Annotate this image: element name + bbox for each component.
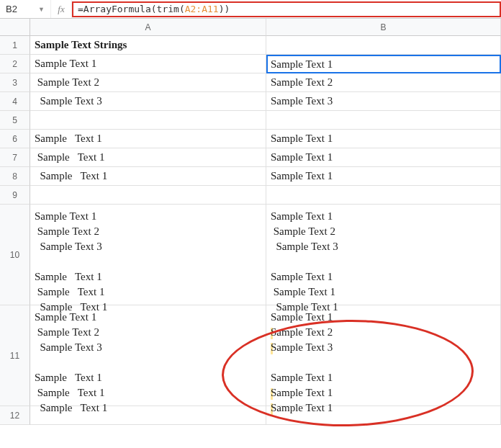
cell[interactable]: Sample Text 1 xyxy=(266,167,501,186)
cell[interactable]: Sample Text 2 xyxy=(30,73,266,92)
row-header[interactable]: 7 xyxy=(0,148,30,167)
cell[interactable]: Sample Text 1 xyxy=(266,148,501,167)
cell[interactable]: Sample Text 1 xyxy=(30,55,266,73)
cell[interactable]: Sample Text 1 xyxy=(266,130,501,148)
cell[interactable]: Sample Text Strings xyxy=(30,36,266,55)
cell[interactable]: Sample Text 2 xyxy=(266,73,501,92)
cell[interactable]: Sample Text 1 Sample Text 2 Sample Text … xyxy=(266,205,501,305)
formula-input[interactable]: =ArrayFormula(trim(A2:A11)) xyxy=(72,1,501,17)
dropdown-caret-icon[interactable]: ▼ xyxy=(38,6,45,13)
row-header[interactable]: 6 xyxy=(0,130,30,148)
column-header-b[interactable]: B xyxy=(266,19,501,36)
cell[interactable]: Sample Text 3 xyxy=(266,92,501,111)
row-header[interactable]: 10 xyxy=(0,205,30,305)
cell[interactable]: Sample Text 3 xyxy=(30,92,266,111)
cell[interactable]: Sample Text 1 Sample Text 2 Sample Text … xyxy=(30,305,266,406)
cell-reference-box[interactable]: B2 ▼ xyxy=(0,4,50,14)
row-header[interactable]: 11 xyxy=(0,305,30,406)
row-header[interactable]: 12 xyxy=(0,406,30,425)
row-header[interactable]: 9 xyxy=(0,186,30,205)
cell[interactable]: Sample Text 1 xyxy=(30,148,266,167)
row-header[interactable]: 8 xyxy=(0,167,30,186)
spreadsheet-grid[interactable]: A B 1Sample Text Strings2Sample Text 1Sa… xyxy=(0,19,501,425)
cell[interactable]: Sample Text 1 xyxy=(30,167,266,186)
cell-reference-value: B2 xyxy=(6,4,17,14)
row-header[interactable]: 3 xyxy=(0,73,30,92)
select-all-corner[interactable] xyxy=(0,19,30,36)
column-header-a[interactable]: A xyxy=(30,19,266,36)
cell[interactable]: Sample Text 1Sample Text 2Sample Text 3 … xyxy=(266,305,501,406)
cell[interactable] xyxy=(30,406,266,425)
cell[interactable] xyxy=(30,111,266,130)
cell[interactable] xyxy=(266,36,501,55)
row-header[interactable]: 2 xyxy=(0,55,30,73)
row-header[interactable]: 5 xyxy=(0,111,30,130)
row-header[interactable]: 1 xyxy=(0,36,30,55)
cell[interactable] xyxy=(266,111,501,130)
fx-icon[interactable]: fx xyxy=(50,0,72,18)
cell[interactable]: Sample Text 1 Sample Text 2 Sample Text … xyxy=(30,205,266,305)
cell[interactable] xyxy=(266,186,501,205)
cell[interactable]: Sample Text 1 xyxy=(266,55,501,73)
cell[interactable]: Sample Text 1 xyxy=(30,130,266,148)
formula-bar: B2 ▼ fx =ArrayFormula(trim(A2:A11)) xyxy=(0,0,501,19)
row-header[interactable]: 4 xyxy=(0,92,30,111)
cell[interactable] xyxy=(30,186,266,205)
cell[interactable] xyxy=(266,406,501,425)
